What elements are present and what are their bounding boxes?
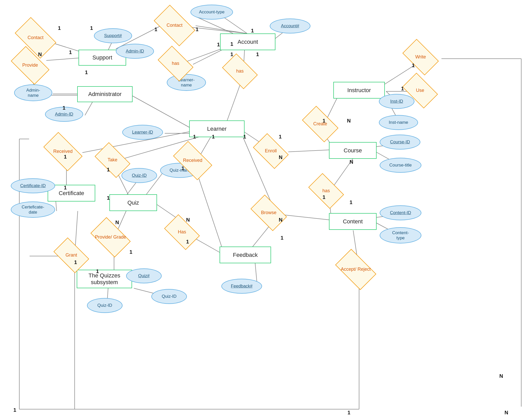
entity-learner: Learner [189,120,245,137]
attr-support-num: Support# [94,28,132,43]
attr-content-type: Content- type [380,227,421,243]
attr-learner-id: Learner-ID [122,125,163,140]
card-5: 1 [251,28,254,34]
rel-has-quiz-feedback: Has [167,222,197,242]
attr-quiz-id-sub-right: Quiz-ID [151,289,187,304]
card-38: 1 [96,268,99,274]
card-19: 1 [193,134,196,140]
card-37: 1 [74,259,77,265]
rel-provide-grade: Provide/ Grade [93,226,128,249]
card-7: N [38,51,42,57]
attr-account-num: Account# [270,19,310,33]
entity-content: Content [329,213,377,230]
card-35: N [115,220,119,225]
attr-account-type: Account-type [190,5,233,20]
attr-quiz-num: Quiz# [126,268,162,283]
rel-contact-top: Contact [157,14,193,37]
entity-certificate: Certificate [48,185,95,202]
rel-use: Use [405,81,435,101]
entity-feedback: Feedback [220,247,271,263]
card-41: N [505,410,508,416]
card-15: 1 [64,185,67,191]
attr-feedback-num: Feedback# [221,279,262,294]
er-diagram: Account Support Administrator Learner In… [0,0,530,420]
card-23: N [279,154,282,160]
rel-has-learner-left: has [160,54,191,74]
card-14: 1 [64,154,67,160]
rel-provide: Provide [13,55,47,76]
card-25: N [347,118,351,124]
svg-line-16 [85,102,93,115]
card-4: 1 [196,27,198,32]
card-21: 1 [243,134,246,140]
card-36: 1 [129,249,132,255]
card-26: 1 [412,63,415,68]
card-42: 1 [347,410,350,416]
rel-accept-reject: Accept/ Reject [338,258,373,281]
svg-line-17 [131,95,192,129]
rel-grant: Grant [56,245,86,265]
rel-write: Write [405,47,436,67]
card-20: 1 [212,134,215,140]
card-1: 1 [58,25,61,31]
card-29: 1 [350,199,352,205]
card-2: 1 [90,25,93,31]
card-32: 1 [281,235,283,241]
rel-received-cert: Received [46,141,80,162]
entity-instructor: Instructor [333,82,385,99]
rel-take: Take [97,150,128,170]
svg-line-6 [46,58,80,60]
card-3: 1 [154,27,157,32]
attr-admin-id-top: Admin-ID [116,44,154,59]
rel-has-account-learner: has [225,61,255,81]
entity-quiz: Quiz [109,194,157,211]
attr-learner-name: Learner- name [167,74,206,91]
card-17: 1 [107,195,110,201]
card-10: 1 [230,51,233,57]
attr-quiz-id-top: Quiz-ID [121,168,157,183]
attr-admin-name: Admin- name [14,84,52,101]
entity-quizzes-sub: The Quizzes subsystem [77,270,132,288]
entity-course: Course [329,142,377,159]
card-13: 1 [63,105,65,111]
card-6: 1 [217,42,220,48]
attr-cert-date: Certeficate- date [11,202,55,218]
card-30: 1 [323,194,325,200]
svg-line-24 [196,171,224,253]
attr-quiz-id-sub-left: Quiz-ID [87,298,123,313]
card-18: 1 [181,165,184,171]
entity-account: Account [220,33,275,50]
card-39: 1 [13,407,16,413]
card-28: N [350,159,353,165]
attr-course-id: Course-ID [380,135,420,150]
svg-line-3 [196,26,247,33]
card-34: 1 [186,239,189,245]
card-22: 1 [279,134,282,140]
card-9: 1 [230,41,233,47]
rel-received-feedback: Received [176,150,210,171]
card-40: N [499,373,503,379]
attr-course-title: Course-title [380,158,421,173]
card-11: 1 [256,51,259,57]
rel-has-course-content: has [311,181,341,201]
entity-administrator: Administrator [77,86,133,102]
svg-line-26 [288,150,331,152]
rel-create: Create [305,114,336,134]
attr-inst-name: Inst-name [379,115,418,130]
card-8: 1 [69,49,72,55]
attr-cert-id: Certificate-ID [11,178,55,193]
card-12: 1 [85,69,88,75]
attr-content-id: Content-ID [380,205,421,220]
card-31: N [279,217,282,223]
card-16: 1 [107,167,110,173]
rel-contact-left: Contact [18,27,54,49]
card-27: 1 [401,86,404,92]
card-33: N [186,217,190,223]
